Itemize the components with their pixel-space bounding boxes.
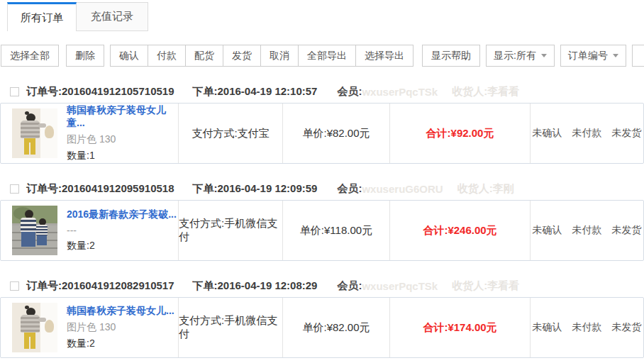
member-label: 会员:	[337, 279, 362, 293]
payment-method: 支付方式:手机微信支付	[178, 298, 282, 357]
product-title-link[interactable]: 2016最新春款亲子装破...	[67, 208, 177, 221]
pay-button[interactable]: 付款	[148, 45, 186, 67]
allocate-button[interactable]: 配货	[186, 45, 223, 67]
caret-down-icon	[613, 54, 618, 57]
receiver-name: 收货人:李刚	[457, 182, 514, 196]
product-cell: 韩国春秋亲子装母女儿童... 图片色 130 数量:1	[1, 104, 178, 163]
unit-price: 单价:¥82.00元	[282, 298, 389, 357]
product-info: 韩国春秋亲子装母女儿童... 图片色 130 数量:1	[67, 104, 178, 162]
member-label: 会员:	[337, 182, 362, 196]
tab-recharge-records[interactable]: 充值记录	[77, 2, 148, 31]
display-filter-label: 显示:所有	[494, 50, 536, 62]
select-all-button[interactable]: 选择全部	[1, 45, 59, 67]
order-checkbox[interactable]	[10, 184, 19, 194]
order-total: 合计:¥246.00元	[389, 201, 530, 260]
order-action-group: 确认 付款 配货 发货 取消 全部导出 选择导出	[110, 45, 413, 67]
product-cell: 2016最新春款亲子装破... --- 数量:2	[1, 201, 178, 260]
status-unshipped: 未发货	[612, 224, 642, 237]
show-help-button[interactable]: 显示帮助	[422, 45, 480, 67]
product-variant: ---	[67, 225, 177, 236]
product-title-link[interactable]: 韩国春秋亲子装母女儿...	[67, 305, 174, 318]
product-variant: 图片色 130	[67, 321, 174, 334]
order-header: 订单号:2016041912105710519 下单:2016-04-19 12…	[0, 81, 644, 103]
order-card: 2016最新春款亲子装破... --- 数量:2 支付方式:手机微信支付 单价:…	[0, 200, 644, 261]
product-quantity: 数量:1	[67, 150, 178, 162]
member-name: wxuserPqcTSk	[362, 280, 438, 292]
order-card: 韩国春秋亲子装母女儿... 图片色 130 数量:2 支付方式:手机微信支付 单…	[0, 297, 644, 358]
product-info: 2016最新春款亲子装破... --- 数量:2	[67, 208, 177, 252]
member-label: 会员:	[337, 85, 362, 99]
payment-method: 支付方式:手机微信支付	[178, 201, 282, 260]
caret-down-icon	[541, 54, 547, 57]
status-unpaid: 未付款	[572, 127, 602, 140]
tab-bar: 所有订单 充值记录	[0, 2, 644, 31]
status-cell: 未确认 未付款 未发货	[530, 201, 643, 260]
product-thumbnail[interactable]	[12, 303, 57, 352]
toolbar-right: 显示:所有 订单编号	[480, 45, 644, 67]
member-name: wxuseruG6ORU	[362, 183, 443, 195]
tab-all-orders[interactable]: 所有订单	[7, 2, 77, 31]
status-unshipped: 未发货	[612, 321, 642, 334]
ship-button[interactable]: 发货	[223, 45, 261, 67]
product-cell: 韩国春秋亲子装母女儿... 图片色 130 数量:2	[1, 298, 178, 357]
order-section: 订单号:2016041912095910518 下单:2016-04-19 12…	[0, 178, 644, 261]
order-checkbox[interactable]	[10, 281, 19, 291]
order-header: 订单号:2016041912095910518 下单:2016-04-19 12…	[0, 178, 644, 200]
product-title-link[interactable]: 韩国春秋亲子装母女儿童...	[67, 104, 178, 130]
unit-price: 单价:¥118.00元	[282, 201, 389, 260]
order-number: 订单号:2016041912105710519	[26, 85, 174, 99]
order-number: 订单号:2016041912082910517	[26, 279, 174, 293]
product-quantity: 数量:2	[67, 337, 174, 350]
order-total: 合计:¥92.00元	[389, 104, 530, 163]
status-unpaid: 未付款	[572, 321, 602, 334]
status-unshipped: 未发货	[612, 127, 642, 140]
display-filter-dropdown[interactable]: 显示:所有	[486, 45, 555, 67]
status-unconfirmed: 未确认	[533, 127, 562, 140]
order-placed-time: 下单:2016-04-19 12:10:57	[193, 85, 318, 99]
status-cell: 未确认 未付款 未发货	[530, 298, 643, 357]
receiver-name: 收货人:李看看	[452, 85, 519, 99]
status-cell: 未确认 未付款 未发货	[530, 104, 643, 163]
payment-method: 支付方式:支付宝	[178, 104, 282, 163]
product-thumbnail[interactable]	[12, 206, 57, 255]
status-unconfirmed: 未确认	[533, 321, 562, 334]
product-variant: 图片色 130	[67, 133, 178, 146]
product-thumbnail[interactable]	[12, 108, 57, 158]
status-unconfirmed: 未确认	[533, 224, 562, 237]
order-search-input[interactable]	[632, 45, 644, 67]
order-card: 韩国春秋亲子装母女儿童... 图片色 130 数量:1 支付方式:支付宝 单价:…	[0, 103, 644, 164]
order-number: 订单号:2016041912095910518	[26, 182, 174, 196]
product-info: 韩国春秋亲子装母女儿... 图片色 130 数量:2	[67, 305, 174, 350]
unit-price: 单价:¥82.00元	[282, 104, 389, 163]
search-field-label: 订单编号	[568, 50, 608, 62]
confirm-button[interactable]: 确认	[110, 45, 148, 67]
order-placed-time: 下单:2016-04-19 12:09:59	[193, 182, 318, 196]
cancel-button[interactable]: 取消	[261, 45, 299, 67]
order-section: 订单号:2016041912105710519 下单:2016-04-19 12…	[0, 81, 644, 164]
order-section: 订单号:2016041912082910517 下单:2016-04-19 12…	[0, 275, 644, 358]
order-header: 订单号:2016041912082910517 下单:2016-04-19 12…	[0, 275, 644, 297]
order-placed-time: 下单:2016-04-19 12:08:29	[193, 279, 318, 293]
toolbar: 选择全部 删除 确认 付款 配货 发货 取消 全部导出 选择导出 显示帮助 显示…	[0, 45, 644, 67]
search-field-dropdown[interactable]: 订单编号	[560, 45, 626, 67]
export-all-button[interactable]: 全部导出	[299, 45, 356, 67]
order-total: 合计:¥174.00元	[389, 298, 530, 357]
member-name: wxuserPqcTSk	[362, 86, 438, 98]
export-selected-button[interactable]: 选择导出	[356, 45, 413, 67]
receiver-name: 收货人:李看看	[452, 279, 519, 293]
order-checkbox[interactable]	[10, 87, 19, 96]
product-quantity: 数量:2	[67, 240, 177, 252]
delete-button[interactable]: 删除	[66, 45, 104, 67]
status-unpaid: 未付款	[572, 224, 602, 237]
